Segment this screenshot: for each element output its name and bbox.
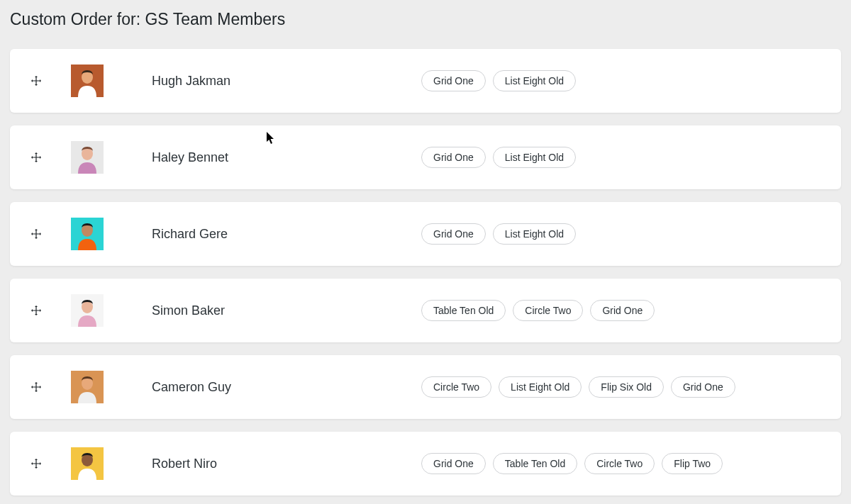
- tag[interactable]: List Eight Old: [493, 147, 576, 169]
- drag-handle-icon[interactable]: [30, 229, 43, 239]
- member-row[interactable]: Simon BakerTable Ten OldCircle TwoGrid O…: [10, 279, 841, 342]
- tag[interactable]: List Eight Old: [493, 70, 576, 92]
- avatar: [71, 218, 104, 250]
- tag-list: Grid OneList Eight Old: [421, 147, 576, 169]
- avatar: [71, 294, 104, 327]
- member-row[interactable]: Cameron GuyCircle TwoList Eight OldFlip …: [10, 355, 841, 419]
- avatar: [71, 141, 104, 174]
- drag-handle-icon[interactable]: [30, 382, 43, 392]
- tag[interactable]: Flip Six Old: [589, 376, 664, 398]
- member-name: Simon Baker: [152, 303, 421, 318]
- tag[interactable]: Circle Two: [421, 376, 491, 398]
- tag[interactable]: Circle Two: [513, 300, 583, 322]
- drag-handle-icon[interactable]: [30, 152, 43, 162]
- member-row[interactable]: Robert NiroGrid OneTable Ten OldCircle T…: [10, 432, 841, 495]
- member-name: Robert Niro: [152, 457, 421, 471]
- member-name: Haley Bennet: [152, 150, 421, 165]
- tag[interactable]: Grid One: [421, 223, 486, 245]
- tag-list: Grid OneList Eight Old: [421, 70, 576, 92]
- tag-list: Grid OneTable Ten OldCircle TwoFlip Two: [421, 453, 723, 475]
- tag-list: Table Ten OldCircle TwoGrid One: [421, 300, 655, 322]
- drag-handle-icon[interactable]: [30, 459, 43, 469]
- avatar: [71, 447, 104, 480]
- tag[interactable]: Grid One: [590, 300, 655, 322]
- tag[interactable]: Grid One: [421, 147, 486, 169]
- tag[interactable]: Flip Two: [662, 453, 723, 475]
- tag[interactable]: Grid One: [421, 70, 486, 92]
- tag-list: Circle TwoList Eight OldFlip Six OldGrid…: [421, 376, 735, 398]
- tag[interactable]: List Eight Old: [493, 223, 576, 245]
- drag-handle-icon[interactable]: [30, 76, 43, 86]
- tag[interactable]: Table Ten Old: [493, 453, 577, 475]
- member-name: Richard Gere: [152, 227, 421, 242]
- member-name: Cameron Guy: [152, 380, 421, 395]
- member-name: Hugh Jakman: [152, 74, 421, 89]
- member-row[interactable]: Richard GereGrid OneList Eight Old: [10, 202, 841, 266]
- drag-handle-icon[interactable]: [30, 306, 43, 315]
- tag[interactable]: Table Ten Old: [421, 300, 506, 322]
- member-row[interactable]: Hugh JakmanGrid OneList Eight Old: [10, 49, 841, 113]
- tag[interactable]: List Eight Old: [499, 376, 582, 398]
- avatar: [71, 371, 104, 403]
- tag[interactable]: Grid One: [671, 376, 735, 398]
- avatar: [71, 65, 104, 97]
- page-title: Custom Order for: GS Team Members: [10, 10, 841, 29]
- member-row[interactable]: Haley BennetGrid OneList Eight Old: [10, 125, 841, 189]
- tag[interactable]: Grid One: [421, 453, 486, 475]
- tag[interactable]: Circle Two: [584, 453, 655, 475]
- tag-list: Grid OneList Eight Old: [421, 223, 576, 245]
